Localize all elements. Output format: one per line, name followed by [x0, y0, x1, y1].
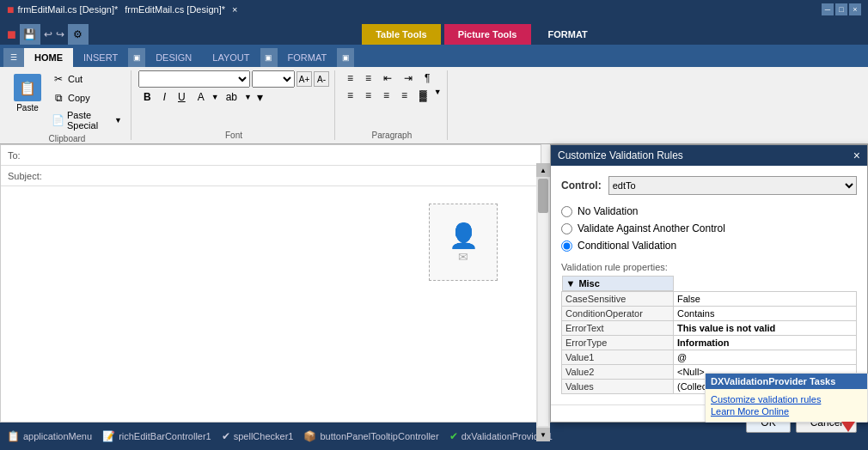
spell-checker-label: spellChecker1	[234, 431, 294, 441]
prop-condition-operator-value: Contains	[674, 307, 857, 321]
font-family-row: A+ A-	[138, 70, 329, 88]
tab-label[interactable]: frmEditMail.cs [Design]*	[125, 4, 225, 15]
align-left-button[interactable]: ≡	[342, 88, 358, 103]
status-button-panel[interactable]: 📦 buttonPanelTooltipController	[303, 430, 438, 442]
picture-tools-tab[interactable]: Picture Tools	[444, 24, 531, 45]
scroll-thumb[interactable]	[538, 179, 548, 213]
email-body[interactable]: 👤 ✉	[1, 186, 541, 200]
radio-no-validation[interactable]: No Validation	[561, 205, 857, 217]
paste-button[interactable]: 📋 Paste	[9, 70, 46, 116]
table-tools-tab[interactable]: Table Tools	[362, 24, 441, 45]
underline-button[interactable]: U	[173, 89, 191, 105]
scroll-track[interactable]	[538, 179, 548, 426]
tab-layout[interactable]: LAYOUT	[202, 48, 260, 67]
font-size-select[interactable]	[252, 70, 295, 88]
list-unordered-button[interactable]: ≡	[342, 70, 358, 86]
tool-tabs: Table Tools Picture Tools FORMAT	[95, 24, 868, 45]
format-nav-icon[interactable]: ▣	[337, 48, 354, 67]
font-decrease-button[interactable]: A-	[314, 71, 329, 87]
list-ordered-button[interactable]: ≡	[360, 70, 376, 86]
font-group: A+ A- B I U A ▼ ab ▼ ▾ Font	[133, 70, 335, 140]
indent-decrease-button[interactable]: ⇤	[378, 70, 397, 86]
rich-edit-label: richEditBarController1	[119, 431, 211, 441]
quick-save-icon[interactable]: 💾	[20, 24, 40, 45]
status-spell-checker[interactable]: ✔ spellChecker1	[222, 430, 294, 442]
radio-conditional[interactable]: Conditional Validation	[561, 240, 857, 252]
status-rich-edit[interactable]: 📝 richEditBarController1	[102, 430, 211, 442]
prop-error-text-value: This value is not valid	[674, 321, 857, 336]
table-row: CaseSensitive False	[562, 292, 857, 307]
font-family-select[interactable]	[138, 70, 250, 88]
redo-icon[interactable]: ↪	[56, 28, 64, 40]
paste-special-button[interactable]: 📄 Paste Special ▼	[48, 108, 125, 132]
format-tab[interactable]: FORMAT	[535, 24, 602, 45]
align-right-button[interactable]: ≡	[378, 88, 394, 103]
highlight-button[interactable]: ab	[221, 89, 242, 105]
radio-validate-against-label: Validate Against Another Control	[578, 222, 725, 234]
tab-close[interactable]: ×	[232, 4, 237, 15]
to-input[interactable]	[51, 150, 534, 161]
shading-button[interactable]: ▓	[414, 88, 432, 103]
collapse-icon[interactable]: ▼	[566, 278, 576, 289]
font-increase-button[interactable]: A+	[296, 71, 312, 87]
copy-label: Copy	[68, 93, 90, 103]
title-bar-right: ─ □ ×	[822, 3, 861, 15]
maximize-button[interactable]: □	[835, 3, 847, 15]
learn-more-link[interactable]: Learn More Online	[711, 406, 862, 417]
task-panel: DXValidationProvider Tasks Customize val…	[705, 373, 868, 423]
align-justify-button[interactable]: ≡	[396, 88, 413, 103]
title-text: frmEditMail.cs [Design]*	[17, 4, 118, 15]
title-bar-left: ■ frmEditMail.cs [Design]* frmEditMail.c…	[7, 3, 237, 16]
subject-input[interactable]	[51, 171, 534, 181]
layout-icon[interactable]: ▣	[260, 48, 278, 67]
italic-button[interactable]: I	[158, 89, 171, 105]
font-more-icon[interactable]: ▾	[257, 90, 263, 104]
cut-button[interactable]: ✂ Cut	[48, 70, 125, 88]
table-row: Value1 @	[562, 350, 857, 365]
radio-validate-against[interactable]: Validate Against Another Control	[561, 222, 857, 234]
cut-label: Cut	[68, 74, 83, 84]
tab-insert[interactable]: INSERT	[73, 48, 128, 67]
misc-label: Misc	[578, 278, 599, 289]
customize-validation-link[interactable]: Customize validation rules	[711, 394, 862, 404]
scroll-up-arrow[interactable]: ▲	[536, 163, 550, 177]
font-color-button[interactable]: A	[193, 89, 210, 105]
highlight-arrow: ▼	[244, 93, 252, 101]
prop-error-type-value: Information	[674, 336, 857, 350]
insert-icon[interactable]: ▣	[128, 48, 145, 67]
misc-group-header: ▼ Misc	[562, 276, 857, 292]
validation-props-label: Validation rule properties:	[561, 262, 857, 272]
ribbon-nav-icon-left[interactable]: ☰	[3, 48, 24, 67]
status-application-menu[interactable]: 📋 applicationMenu	[7, 430, 92, 442]
vertical-scrollbar[interactable]: ▲ ▼	[536, 163, 550, 441]
font-format-row: B I U A ▼ ab ▼ ▾	[138, 89, 329, 105]
dialog-title: Customize Validation Rules	[558, 149, 683, 161]
settings-icon[interactable]: ⚙	[68, 24, 89, 45]
control-select[interactable]: edtTo	[608, 176, 857, 195]
radio-no-validation-input[interactable]	[561, 206, 572, 217]
minimize-button[interactable]: ─	[822, 3, 834, 15]
to-field-row: To:	[1, 145, 541, 166]
person-icon: 👤	[449, 222, 479, 250]
show-formatting-button[interactable]: ¶	[419, 70, 435, 86]
radio-conditional-input[interactable]	[561, 240, 572, 252]
prop-error-type-name: ErrorType	[562, 336, 674, 350]
ribbon-tools-bar: ■ 💾 ↩ ↪ ⚙ Table Tools Picture Tools FORM…	[0, 19, 868, 45]
paste-special-arrow: ▼	[114, 116, 122, 125]
clipboard-group: 📋 Paste ✂ Cut ⧉ Copy 📄 Paste Special ▼	[3, 70, 131, 140]
tab-format[interactable]: FORMAT	[278, 48, 338, 67]
align-center-button[interactable]: ≡	[360, 88, 376, 103]
radio-validate-against-input[interactable]	[561, 223, 572, 234]
indent-increase-button[interactable]: ⇥	[399, 70, 418, 86]
mail-icon: ✉	[458, 250, 468, 264]
undo-icon[interactable]: ↩	[44, 28, 52, 40]
table-row: ConditionOperator Contains	[562, 307, 857, 321]
close-button[interactable]: ×	[849, 3, 861, 15]
tab-design[interactable]: DESIGN	[145, 48, 202, 67]
dialog-title-bar: Customize Validation Rules ×	[551, 145, 867, 166]
scroll-down-arrow[interactable]: ▼	[536, 428, 550, 441]
tab-home[interactable]: HOME	[24, 48, 73, 67]
copy-button[interactable]: ⧉ Copy	[48, 89, 125, 106]
bold-button[interactable]: B	[138, 89, 156, 105]
dialog-close-button[interactable]: ×	[853, 149, 860, 162]
